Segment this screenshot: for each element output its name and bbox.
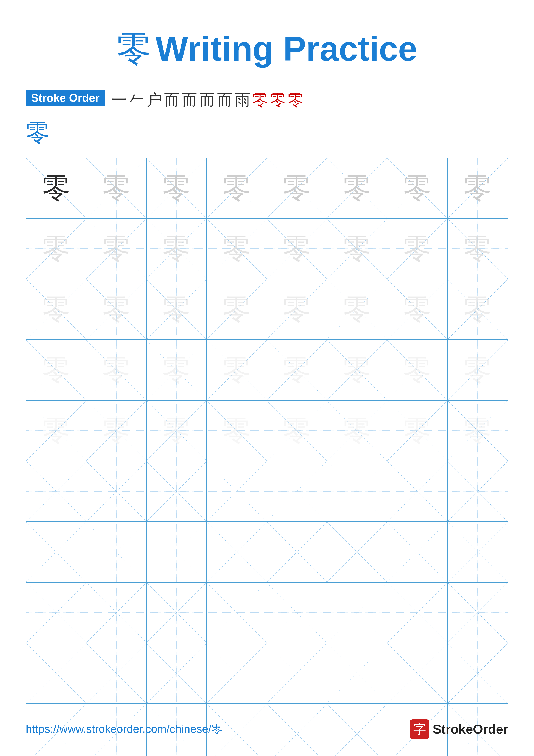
grid-cell-empty[interactable] xyxy=(87,522,146,582)
grid-cell[interactable]: 零 xyxy=(207,401,267,461)
grid-row-empty-2 xyxy=(26,522,508,582)
grid-cell[interactable]: 零 xyxy=(447,158,508,218)
grid-cell-empty[interactable] xyxy=(447,582,508,643)
grid-cell-empty[interactable] xyxy=(267,461,327,521)
stroke-order-area: Stroke Order 一 𠂉 户 而 而 而 而 雨 零 零 零 xyxy=(26,90,508,110)
grid-cell[interactable]: 零 xyxy=(87,219,146,279)
practice-char: 零 xyxy=(163,295,191,323)
grid-cell[interactable]: 零 xyxy=(327,279,387,339)
grid-cell-empty[interactable] xyxy=(447,643,508,703)
grid-cell[interactable]: 零 xyxy=(207,279,267,339)
grid-cell-empty[interactable] xyxy=(267,643,327,703)
grid-row-empty-1 xyxy=(26,461,508,522)
grid-cell[interactable]: 零 xyxy=(387,279,447,339)
grid-cell[interactable]: 零 xyxy=(387,340,447,400)
practice-char: 零 xyxy=(403,356,431,384)
grid-cell[interactable]: 零 xyxy=(387,401,447,461)
grid-cell-empty[interactable] xyxy=(26,522,87,582)
grid-cell[interactable]: 零 xyxy=(447,340,508,400)
grid-cell-empty[interactable] xyxy=(387,643,447,703)
grid-cell[interactable]: 零 xyxy=(147,279,207,339)
grid-cell[interactable]: 零 xyxy=(387,219,447,279)
grid-cell-empty[interactable] xyxy=(327,461,387,521)
grid-cell-empty[interactable] xyxy=(26,461,87,521)
stroke-9: 零 xyxy=(252,90,268,110)
grid-cell[interactable]: 零 xyxy=(147,340,207,400)
grid-cell[interactable]: 零 xyxy=(447,401,508,461)
grid-cell[interactable]: 零 xyxy=(26,219,87,279)
grid-cell-empty[interactable] xyxy=(147,522,207,582)
grid-cell[interactable]: 零 xyxy=(207,158,267,218)
grid-cell-empty[interactable] xyxy=(207,643,267,703)
grid-cell[interactable]: 零 xyxy=(267,401,327,461)
grid-cell-empty[interactable] xyxy=(87,643,146,703)
grid-cell[interactable]: 零 xyxy=(447,219,508,279)
grid-cell-empty[interactable] xyxy=(327,643,387,703)
grid-cell[interactable]: 零 xyxy=(327,158,387,218)
practice-char: 零 xyxy=(223,174,251,202)
grid-cell-empty[interactable] xyxy=(387,582,447,643)
practice-char: 零 xyxy=(163,174,191,202)
practice-char: 零 xyxy=(42,417,70,445)
grid-cell-empty[interactable] xyxy=(26,582,87,643)
grid-cell[interactable]: 零 xyxy=(267,340,327,400)
practice-char: 零 xyxy=(163,235,191,263)
grid-cell[interactable]: 零 xyxy=(147,158,207,218)
grid-cell[interactable]: 零 xyxy=(447,279,508,339)
grid-cell-empty[interactable] xyxy=(447,522,508,582)
grid-cell[interactable]: 零 xyxy=(267,158,327,218)
grid-row-1: 零 零 零 零 零 xyxy=(26,158,508,219)
practice-char: 零 xyxy=(102,295,130,323)
grid-cell[interactable]: 零 xyxy=(87,401,146,461)
grid-cell[interactable]: 零 xyxy=(327,219,387,279)
grid-cell-empty[interactable] xyxy=(267,522,327,582)
grid-cell-empty[interactable] xyxy=(267,582,327,643)
grid-cell[interactable]: 零 xyxy=(147,401,207,461)
grid-cell[interactable]: 零 xyxy=(26,279,87,339)
grid-cell[interactable]: 零 xyxy=(387,158,447,218)
grid-cell-empty[interactable] xyxy=(387,461,447,521)
grid-cell[interactable]: 零 xyxy=(26,158,87,218)
practice-char: 零 xyxy=(403,174,431,202)
grid-cell[interactable]: 零 xyxy=(267,279,327,339)
grid-cell[interactable]: 零 xyxy=(26,401,87,461)
practice-char: 零 xyxy=(403,295,431,323)
stroke-10: 零 xyxy=(270,90,286,110)
grid-cell-empty[interactable] xyxy=(147,461,207,521)
grid-cell[interactable]: 零 xyxy=(327,340,387,400)
grid-cell-empty[interactable] xyxy=(87,461,146,521)
stroke-1: 一 xyxy=(111,90,127,110)
practice-char: 零 xyxy=(464,356,492,384)
grid-cell-empty[interactable] xyxy=(207,461,267,521)
grid-cell[interactable]: 零 xyxy=(327,401,387,461)
stroke-full-char-line: 零 xyxy=(26,115,508,149)
grid-cell[interactable]: 零 xyxy=(267,219,327,279)
practice-char: 零 xyxy=(283,235,311,263)
stroke-5: 而 xyxy=(182,90,197,110)
grid-cell[interactable]: 零 xyxy=(147,219,207,279)
grid-cell-empty[interactable] xyxy=(327,582,387,643)
practice-char: 零 xyxy=(343,295,371,323)
grid-cell-empty[interactable] xyxy=(87,582,146,643)
grid-cell-empty[interactable] xyxy=(207,522,267,582)
grid-cell-empty[interactable] xyxy=(147,582,207,643)
logo-char: 字 xyxy=(413,720,426,738)
grid-cell[interactable]: 零 xyxy=(207,219,267,279)
practice-char: 零 xyxy=(102,356,130,384)
grid-cell[interactable]: 零 xyxy=(87,158,146,218)
grid-cell-empty[interactable] xyxy=(26,643,87,703)
practice-char: 零 xyxy=(102,417,130,445)
stroke-8: 雨 xyxy=(235,90,250,110)
grid-cell-empty[interactable] xyxy=(447,461,508,521)
grid-cell-empty[interactable] xyxy=(207,582,267,643)
grid-cell[interactable]: 零 xyxy=(26,340,87,400)
grid-cell-empty[interactable] xyxy=(147,643,207,703)
grid-cell-empty[interactable] xyxy=(327,522,387,582)
grid-cell[interactable]: 零 xyxy=(87,279,146,339)
practice-char: 零 xyxy=(163,356,191,384)
grid-cell[interactable]: 零 xyxy=(87,340,146,400)
footer: https://www.strokeorder.com/chinese/零 字 … xyxy=(26,719,508,739)
grid-cell-empty[interactable] xyxy=(387,522,447,582)
footer-url[interactable]: https://www.strokeorder.com/chinese/零 xyxy=(26,721,222,737)
grid-cell[interactable]: 零 xyxy=(207,340,267,400)
